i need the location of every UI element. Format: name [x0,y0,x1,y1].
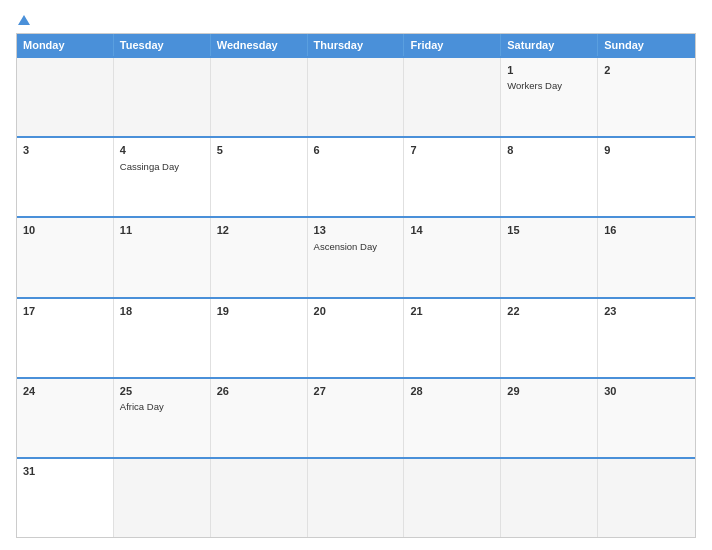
calendar-cell [308,58,405,136]
calendar-cell: 19 [211,299,308,377]
calendar-header: MondayTuesdayWednesdayThursdayFridaySatu… [17,34,695,56]
calendar: MondayTuesdayWednesdayThursdayFridaySatu… [16,33,696,538]
calendar-cell: 2 [598,58,695,136]
calendar-cell: 6 [308,138,405,216]
day-number: 30 [604,384,689,399]
calendar-cell: 17 [17,299,114,377]
calendar-cell: 16 [598,218,695,296]
day-of-week-monday: Monday [17,34,114,56]
calendar-cell [211,459,308,537]
calendar-cell: 21 [404,299,501,377]
calendar-row-2: 10111213Ascension Day141516 [17,216,695,296]
day-number: 19 [217,304,301,319]
calendar-cell [211,58,308,136]
day-number: 24 [23,384,107,399]
day-event: Ascension Day [314,241,398,253]
day-number: 13 [314,223,398,238]
calendar-cell: 27 [308,379,405,457]
calendar-cell: 5 [211,138,308,216]
calendar-cell [308,459,405,537]
day-number: 3 [23,143,107,158]
calendar-cell: 11 [114,218,211,296]
day-event: Workers Day [507,80,591,92]
calendar-cell: 25Africa Day [114,379,211,457]
day-number: 6 [314,143,398,158]
day-number: 15 [507,223,591,238]
day-number: 9 [604,143,689,158]
calendar-row-0: 1Workers Day2 [17,56,695,136]
day-number: 27 [314,384,398,399]
logo [16,12,30,25]
calendar-cell [17,58,114,136]
logo-triangle-icon [18,15,30,25]
day-of-week-wednesday: Wednesday [211,34,308,56]
calendar-cell: 1Workers Day [501,58,598,136]
day-number: 21 [410,304,494,319]
calendar-cell [114,459,211,537]
day-number: 11 [120,223,204,238]
day-number: 4 [120,143,204,158]
day-number: 7 [410,143,494,158]
header [16,12,696,25]
calendar-cell [501,459,598,537]
day-number: 14 [410,223,494,238]
calendar-cell: 8 [501,138,598,216]
calendar-cell [598,459,695,537]
day-number: 2 [604,63,689,78]
day-number: 17 [23,304,107,319]
calendar-cell [404,459,501,537]
day-number: 22 [507,304,591,319]
calendar-cell: 23 [598,299,695,377]
day-of-week-tuesday: Tuesday [114,34,211,56]
calendar-cell: 26 [211,379,308,457]
calendar-cell: 15 [501,218,598,296]
day-number: 23 [604,304,689,319]
day-number: 18 [120,304,204,319]
calendar-cell: 30 [598,379,695,457]
calendar-cell: 29 [501,379,598,457]
calendar-cell: 13Ascension Day [308,218,405,296]
calendar-cell: 9 [598,138,695,216]
day-of-week-friday: Friday [404,34,501,56]
day-number: 1 [507,63,591,78]
day-number: 5 [217,143,301,158]
day-event: Cassinga Day [120,161,204,173]
day-of-week-thursday: Thursday [308,34,405,56]
day-number: 31 [23,464,107,479]
day-number: 8 [507,143,591,158]
page: MondayTuesdayWednesdayThursdayFridaySatu… [0,0,712,550]
calendar-cell: 7 [404,138,501,216]
calendar-cell: 3 [17,138,114,216]
calendar-row-3: 17181920212223 [17,297,695,377]
calendar-row-1: 34Cassinga Day56789 [17,136,695,216]
logo-row [16,12,30,25]
calendar-row-5: 31 [17,457,695,537]
day-of-week-saturday: Saturday [501,34,598,56]
day-number: 28 [410,384,494,399]
day-number: 20 [314,304,398,319]
day-number: 16 [604,223,689,238]
calendar-cell: 31 [17,459,114,537]
day-number: 29 [507,384,591,399]
day-number: 25 [120,384,204,399]
calendar-cell [404,58,501,136]
calendar-cell: 4Cassinga Day [114,138,211,216]
day-event: Africa Day [120,401,204,413]
day-number: 12 [217,223,301,238]
calendar-cell [114,58,211,136]
calendar-row-4: 2425Africa Day2627282930 [17,377,695,457]
day-of-week-sunday: Sunday [598,34,695,56]
calendar-cell: 28 [404,379,501,457]
calendar-cell: 20 [308,299,405,377]
day-number: 10 [23,223,107,238]
calendar-cell: 22 [501,299,598,377]
day-number: 26 [217,384,301,399]
calendar-cell: 24 [17,379,114,457]
calendar-cell: 12 [211,218,308,296]
calendar-cell: 18 [114,299,211,377]
calendar-body: 1Workers Day234Cassinga Day5678910111213… [17,56,695,537]
calendar-cell: 10 [17,218,114,296]
calendar-cell: 14 [404,218,501,296]
